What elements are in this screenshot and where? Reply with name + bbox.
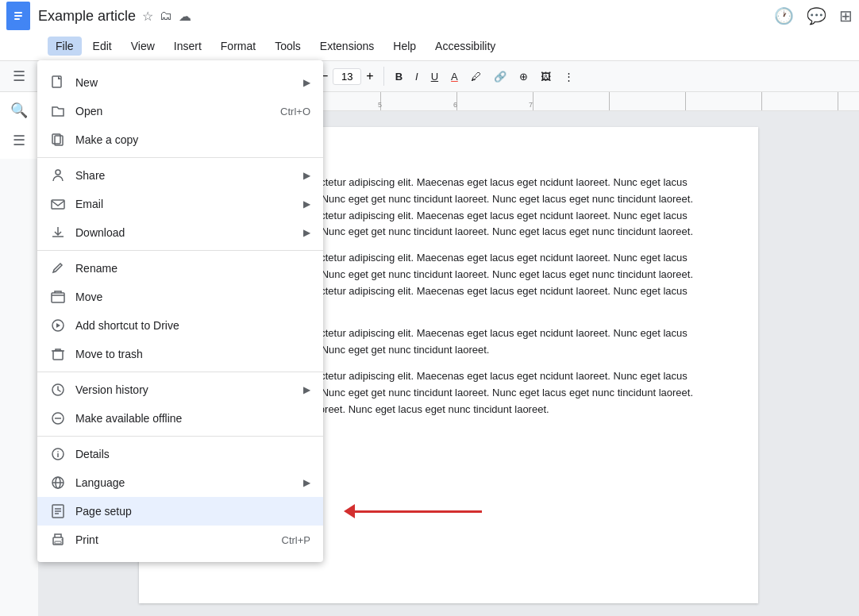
- history-icon[interactable]: 🕐: [774, 6, 794, 25]
- font-size-input[interactable]: [333, 68, 361, 85]
- open-icon: [50, 103, 66, 119]
- download-icon: [50, 225, 66, 241]
- menu-item-language[interactable]: Language ▶: [37, 468, 323, 497]
- red-arrow-line: [355, 510, 482, 513]
- svg-rect-4: [52, 76, 61, 87]
- menu-item-open[interactable]: Open Ctrl+O: [37, 97, 323, 125]
- file-dropdown-menu: New ▶ Open Ctrl+O Make a copy Share ▶: [37, 60, 323, 562]
- menu-tools[interactable]: Tools: [267, 37, 309, 56]
- menu-item-version-history-label: Version history: [75, 383, 303, 396]
- highlight-button[interactable]: 🖊: [466, 67, 486, 86]
- underline-button[interactable]: U: [426, 67, 443, 86]
- menu-item-offline[interactable]: Make available offline: [37, 404, 323, 433]
- menu-item-print-label: Print: [75, 533, 282, 546]
- print-shortcut: Ctrl+P: [282, 534, 310, 546]
- svg-rect-11: [53, 351, 63, 360]
- menu-item-page-setup[interactable]: Page setup: [37, 497, 323, 526]
- menu-help[interactable]: Help: [385, 37, 424, 56]
- link-button[interactable]: 🔗: [489, 67, 511, 86]
- red-arrow-indicator: [344, 504, 482, 518]
- menu-item-copy-label: Make a copy: [75, 133, 310, 146]
- left-sidebar: 🔍 ☰: [0, 92, 38, 159]
- move-icon: [50, 289, 66, 305]
- sidebar-search-icon[interactable]: 🔍: [10, 102, 28, 119]
- red-arrow-head-left: [344, 504, 355, 518]
- menu-item-trash[interactable]: Move to trash: [37, 340, 323, 368]
- menu-section-organize: Rename Move Add shortcut to Drive Move t…: [37, 251, 323, 372]
- svg-rect-8: [52, 200, 64, 209]
- share-arrow-icon: ▶: [303, 170, 310, 181]
- version-history-arrow-icon: ▶: [303, 384, 310, 395]
- comments-icon[interactable]: 💬: [807, 6, 826, 25]
- download-arrow-icon: ▶: [303, 227, 310, 238]
- sidebar-outline-icon[interactable]: ☰: [13, 132, 25, 149]
- menu-item-new-label: New: [75, 76, 303, 89]
- menu-item-download-label: Download: [75, 226, 303, 239]
- menu-item-add-shortcut[interactable]: Add shortcut to Drive: [37, 311, 323, 340]
- menu-item-email-label: Email: [75, 198, 303, 210]
- svg-rect-9: [52, 293, 64, 302]
- language-icon: [50, 475, 66, 491]
- menu-item-email[interactable]: Email ▶: [37, 190, 323, 218]
- svg-rect-1: [14, 12, 22, 13]
- menu-item-move-label: Move: [75, 291, 310, 303]
- page-setup-icon: [50, 503, 66, 519]
- menu-view[interactable]: View: [123, 37, 163, 56]
- star-icon[interactable]: ☆: [142, 9, 153, 24]
- new-arrow-icon: ▶: [303, 77, 310, 88]
- menu-section-history: Version history ▶ Make available offline: [37, 372, 323, 437]
- menu-item-version-history[interactable]: Version history ▶: [37, 375, 323, 404]
- menu-insert[interactable]: Insert: [166, 37, 210, 56]
- svg-point-7: [56, 170, 60, 175]
- menu-item-share-label: Share: [75, 169, 303, 182]
- menu-section-settings: Details Language ▶ Page setup Print: [37, 437, 323, 557]
- menu-item-details-label: Details: [75, 448, 310, 460]
- copy-icon: [50, 132, 66, 148]
- menu-extensions[interactable]: Extensions: [312, 37, 382, 56]
- top-right-actions: 🕐 💬 ⊞: [774, 6, 853, 25]
- more-options-button[interactable]: ⋮: [559, 67, 579, 86]
- font-color-button[interactable]: A: [446, 67, 463, 86]
- open-shortcut: Ctrl+O: [280, 106, 310, 117]
- menu-item-copy[interactable]: Make a copy: [37, 125, 323, 154]
- insert-image-button[interactable]: 🖼: [536, 67, 556, 86]
- menu-accessibility[interactable]: Accessibility: [427, 37, 503, 56]
- svg-rect-3: [14, 18, 20, 20]
- folder-icon[interactable]: 🗂: [160, 9, 172, 23]
- menu-bar: File Edit View Insert Format Tools Exten…: [0, 32, 859, 60]
- menu-item-trash-label: Move to trash: [75, 348, 310, 360]
- menu-file[interactable]: File: [48, 37, 82, 56]
- menu-format[interactable]: Format: [213, 37, 264, 56]
- cloud-icon[interactable]: ☁: [179, 9, 191, 24]
- sidebar-toggle-icon[interactable]: ☰: [6, 64, 32, 88]
- version-history-icon: [50, 382, 66, 398]
- menu-item-download[interactable]: Download ▶: [37, 218, 323, 247]
- email-icon: [50, 196, 66, 212]
- menu-item-rename[interactable]: Rename: [37, 254, 323, 283]
- menu-item-page-setup-label: Page setup: [75, 505, 310, 518]
- svg-point-27: [61, 539, 63, 541]
- google-docs-icon: [6, 2, 30, 30]
- menu-item-print[interactable]: Print Ctrl+P: [37, 526, 323, 554]
- bold-button[interactable]: B: [391, 67, 407, 86]
- italic-button[interactable]: I: [410, 67, 423, 86]
- share-icon: [50, 167, 66, 183]
- menu-item-move[interactable]: Move: [37, 283, 323, 311]
- menu-item-open-label: Open: [75, 105, 280, 117]
- svg-rect-26: [55, 541, 61, 544]
- svg-rect-2: [14, 15, 22, 17]
- menu-item-rename-label: Rename: [75, 262, 310, 275]
- svg-point-17: [57, 451, 59, 452]
- print-icon: [50, 532, 66, 548]
- menu-item-new[interactable]: New ▶: [37, 68, 323, 97]
- menu-item-offline-label: Make available offline: [75, 412, 310, 425]
- shortcut-icon: [50, 318, 66, 333]
- menu-item-details[interactable]: Details: [37, 440, 323, 468]
- document-title[interactable]: Example article: [38, 8, 136, 25]
- font-size-increase[interactable]: +: [363, 67, 376, 85]
- font-size-area: − +: [318, 67, 377, 85]
- insert-icon-button[interactable]: ⊕: [514, 67, 533, 86]
- apps-icon[interactable]: ⊞: [839, 6, 853, 25]
- menu-item-share[interactable]: Share ▶: [37, 161, 323, 190]
- menu-edit[interactable]: Edit: [85, 37, 120, 56]
